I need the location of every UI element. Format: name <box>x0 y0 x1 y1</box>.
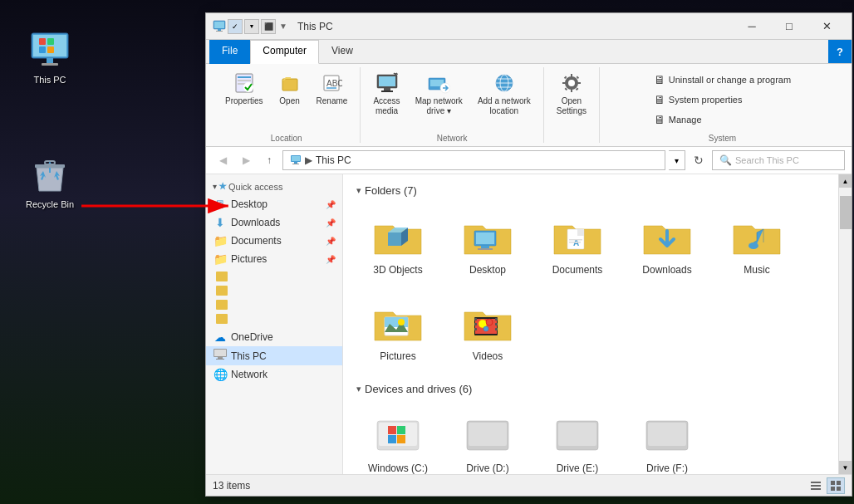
sidebar-item-onedrive[interactable]: ☁ OneDrive <box>206 328 342 346</box>
drive-2[interactable]: Drive (D:) <box>446 402 529 474</box>
sidebar-item-network[interactable]: 🌐 Network <box>206 365 342 384</box>
uninstall-label: Uninstall or change a program <box>669 75 791 85</box>
svg-rect-2 <box>39 38 46 45</box>
folder-videos-icon <box>458 297 518 347</box>
tab-file[interactable]: File <box>209 40 250 64</box>
properties-button[interactable]: Properties <box>219 67 269 110</box>
drive-3[interactable]: Drive (E:) <box>536 402 619 474</box>
ribbon-content: Properties Open <box>206 64 852 146</box>
back-button[interactable]: ◀ <box>213 150 233 170</box>
map-network-button[interactable]: Map networkdrive ▾ <box>410 67 469 120</box>
svg-point-65 <box>748 242 758 249</box>
access-media-icon <box>375 71 399 95</box>
documents-folder-icon: 📁 <box>213 234 228 247</box>
access-media-button[interactable]: Accessmedia <box>367 67 405 120</box>
drive-4[interactable]: Drive (F:) <box>626 402 709 474</box>
sidebar-documents-label: Documents <box>231 235 282 247</box>
add-network-label: Add a networklocation <box>478 96 531 116</box>
onedrive-icon: ☁ <box>213 330 228 344</box>
svg-rect-54 <box>216 359 224 360</box>
svg-point-68 <box>398 319 405 325</box>
uninstall-button[interactable]: 🖥 Uninstall or change a program <box>650 71 795 89</box>
open-settings-icon <box>560 71 583 95</box>
up-button[interactable]: ↑ <box>259 150 279 170</box>
sidebar-item-documents[interactable]: 📁 Documents 📌 <box>206 232 342 250</box>
close-button[interactable]: ✕ <box>808 13 845 40</box>
scrollbar[interactable]: ▲ ▼ <box>838 174 852 474</box>
rename-button[interactable]: ABC Rename <box>311 67 354 110</box>
folder-music-icon <box>727 211 787 261</box>
folder-videos[interactable]: Videos <box>446 290 529 369</box>
folder-documents[interactable]: A Documents <box>536 203 619 283</box>
scroll-thumb[interactable] <box>840 196 852 229</box>
folders-grid: 3D Objects <box>356 203 825 369</box>
svg-rect-44 <box>576 76 579 80</box>
folder-pictures[interactable]: Pictures <box>356 290 439 369</box>
sidebar-item-pictures[interactable]: 📁 Pictures 📌 <box>206 250 342 268</box>
window-title: This PC <box>297 21 333 32</box>
scroll-down[interactable]: ▼ <box>839 461 852 474</box>
properties-icon <box>233 71 256 95</box>
ribbon-tabs: File Computer View ? <box>206 40 852 64</box>
search-field[interactable]: 🔍 Search This PC <box>712 150 845 170</box>
drive-windows-icon <box>368 409 428 459</box>
svg-rect-77 <box>495 318 498 321</box>
folders-section-label: Folders (7) <box>365 184 417 197</box>
help-button[interactable]: ? <box>828 40 852 63</box>
svg-rect-76 <box>474 328 477 330</box>
svg-rect-3 <box>47 38 54 45</box>
system-properties-button[interactable]: 🖥 System properties <box>650 91 795 109</box>
title-bar: ✓ ▼ ⬛ ▼ This PC ─ □ ✕ <box>206 13 852 40</box>
address-field[interactable]: ▶ This PC <box>282 150 665 170</box>
tab-computer[interactable]: Computer <box>250 40 319 64</box>
desktop-icon-this-pc[interactable]: This PC <box>17 25 83 88</box>
drive-3-label: Drive (E:) <box>557 462 599 474</box>
address-dropdown[interactable]: ▾ <box>669 150 685 170</box>
svg-rect-59 <box>478 248 493 250</box>
folder-3d-objects[interactable]: 3D Objects <box>356 203 439 283</box>
folder-desktop[interactable]: Desktop <box>446 203 529 283</box>
open-settings-button[interactable]: OpenSettings <box>551 67 592 120</box>
svg-rect-15 <box>216 31 223 32</box>
add-network-button[interactable]: Add a networklocation <box>472 67 537 120</box>
svg-point-72 <box>486 319 493 325</box>
maximize-button[interactable]: □ <box>771 13 807 40</box>
svg-rect-94 <box>811 488 821 490</box>
details-view-button[interactable] <box>807 477 825 494</box>
dropdown-arrow[interactable]: ▼ <box>279 22 287 31</box>
quick-btn-3[interactable]: ⬛ <box>261 19 276 34</box>
scroll-up[interactable]: ▲ <box>839 174 852 188</box>
svg-rect-82 <box>388 426 396 434</box>
svg-rect-26 <box>379 76 395 86</box>
explorer-window: ✓ ▼ ⬛ ▼ This PC ─ □ ✕ File Computer View… <box>205 12 852 497</box>
desktop-icon-recycle-bin[interactable]: Recycle Bin <box>17 149 83 213</box>
recycle-bin-label: Recycle Bin <box>26 199 74 209</box>
open-button[interactable]: Open <box>272 67 307 110</box>
svg-rect-13 <box>214 22 224 28</box>
quick-btn-1[interactable]: ✓ <box>228 19 243 34</box>
svg-rect-1 <box>33 35 66 56</box>
downloads-folder-icon: ⬇ <box>213 216 228 229</box>
open-label: Open <box>279 96 299 106</box>
folder-downloads[interactable]: Downloads <box>626 203 709 283</box>
large-icons-view-button[interactable] <box>827 477 845 494</box>
sidebar-item-downloads[interactable]: ⬇ Downloads 📌 <box>206 213 342 232</box>
sidebar-network-label: Network <box>231 369 267 380</box>
forward-button[interactable]: ▶ <box>236 150 256 170</box>
minimize-button[interactable]: ─ <box>734 13 770 40</box>
svg-rect-49 <box>294 162 297 164</box>
folder-videos-label: Videos <box>473 350 503 362</box>
settings-buttons: OpenSettings <box>551 67 592 141</box>
folder-music[interactable]: Music <box>715 203 798 283</box>
manage-button[interactable]: 🖥 Manage <box>650 110 795 129</box>
svg-rect-46 <box>576 88 579 91</box>
manage-label: Manage <box>669 115 702 125</box>
map-network-icon <box>427 71 450 95</box>
drive-windows[interactable]: Windows (C:) <box>356 402 439 474</box>
sidebar-item-this-pc[interactable]: This PC <box>206 346 342 365</box>
system-items: 🖥 Uninstall or change a program 🖥 System… <box>650 67 795 132</box>
tab-view[interactable]: View <box>319 40 366 64</box>
sidebar-desktop-label: Desktop <box>231 198 267 210</box>
quick-btn-2[interactable]: ▼ <box>244 19 259 34</box>
refresh-button[interactable]: ↻ <box>689 150 709 170</box>
